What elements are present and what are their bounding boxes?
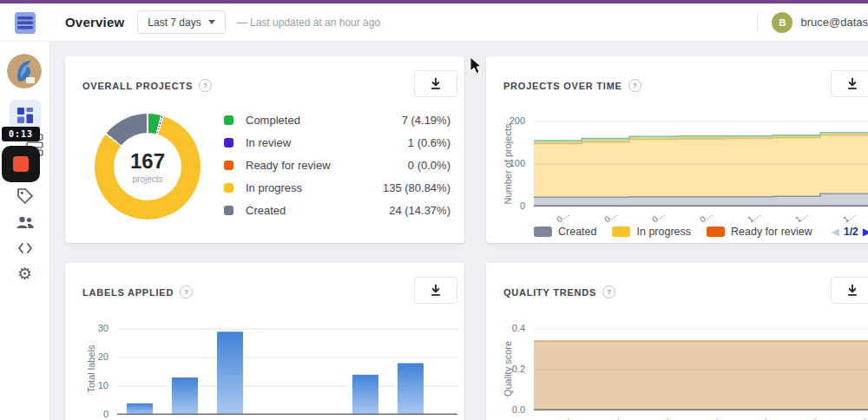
legend-label: In review (246, 136, 408, 149)
chevron-down-icon (208, 20, 215, 24)
legend-row: Created 24 (14.37%) (224, 199, 450, 221)
legend-label: Ready for review (731, 226, 812, 238)
legend-label: Created (558, 226, 596, 238)
download-icon (429, 77, 443, 91)
projects-total: 167 (130, 149, 165, 174)
legend-row: In review 1 (0.6%) (224, 131, 450, 154)
labels-applied-card: LABELS APPLIED ? Total labels 01020300…0… (65, 263, 464, 420)
workspace-avatar[interactable] (7, 54, 42, 89)
stop-icon (13, 156, 29, 172)
y-tick-label: 0.0 (486, 404, 525, 415)
x-tick-label: 0… (407, 417, 424, 420)
chart-plot (534, 329, 868, 410)
created-swatch (224, 206, 233, 215)
header-divider (757, 13, 758, 32)
pager-page: 1/2 (844, 226, 858, 238)
x-tick-label: 1… (841, 208, 858, 224)
chart-plot (534, 121, 868, 207)
x-tick-label: 0… (555, 412, 571, 420)
user-area: B bruce@datas (757, 12, 868, 33)
quality-trends-card: QUALITY TRENDS ? Quality score 0.00.20.4… (486, 263, 868, 420)
user-avatar[interactable]: B (772, 12, 792, 33)
legend-item: In progress (612, 226, 691, 238)
dashboard-grid-icon (16, 107, 34, 124)
x-tick-label: 0… (602, 208, 619, 224)
y-tick-label: 0 (486, 200, 525, 211)
legend-value: 7 (4.19%) (402, 114, 450, 127)
legend-value: 24 (14.37%) (389, 204, 450, 217)
help-icon[interactable]: ? (199, 79, 212, 92)
legend-label: In progress (246, 181, 383, 194)
sidebar-item-team[interactable] (0, 214, 49, 230)
projects-over-time-card: PROJECTS OVER TIME ? Number of projects … (486, 56, 868, 243)
y-tick-label: 0.2 (486, 364, 525, 374)
ready-for-review-swatch (224, 161, 233, 170)
x-tick-label: 0… (227, 417, 243, 420)
x-tick-label: 0… (604, 412, 621, 420)
completed-swatch (224, 115, 233, 125)
projects-total-label: projects (132, 174, 162, 184)
legend-row: In progress 135 (80.84%) (224, 176, 450, 199)
users-icon (16, 214, 35, 230)
x-tick-label: 0… (181, 417, 198, 420)
x-tick-label: 0… (272, 417, 288, 420)
tag-icon (16, 187, 34, 205)
ready-for-review-swatch (707, 226, 725, 237)
legend-label: In progress (636, 226, 691, 238)
overall-projects-card: OVERALL PROJECTS ? 167 projects (65, 56, 464, 243)
sidebar: ⚙ 0:13 (0, 42, 50, 420)
x-tick-label: 0… (136, 417, 153, 420)
sidebar-item-settings[interactable]: ⚙ (0, 266, 49, 282)
y-tick-label: 10 (65, 380, 108, 390)
chart-plot (117, 329, 457, 415)
area-chart-legend: Created In progress Ready for review ◀ 1… (534, 226, 868, 238)
stacked-area-chart: 01002000…0…0…0…1…1…1… (486, 56, 868, 243)
recording-timer: 0:13 (2, 127, 40, 141)
x-tick-label: 0… (851, 412, 867, 420)
code-icon (16, 241, 34, 255)
y-tick-label: 20 (65, 351, 108, 362)
sidebar-item-api[interactable] (0, 241, 49, 255)
x-tick-label: 0… (752, 412, 768, 420)
x-tick-label: 0… (703, 412, 720, 420)
x-tick-label: 0… (362, 417, 378, 420)
app-window: Overview Last 7 days — Last updated at a… (0, 0, 868, 420)
created-swatch (534, 226, 552, 237)
donut-legend: Completed 7 (4.19%) In review 1 (0.6%) R… (224, 108, 450, 221)
legend-item: Created (534, 226, 596, 238)
date-range-dropdown[interactable]: Last 7 days (137, 10, 225, 34)
bar-chart: 01020300…0…0…0…0…0…0… (65, 263, 464, 420)
page-title: Overview (65, 15, 124, 30)
sidebar-item-labels[interactable] (0, 187, 49, 205)
x-tick-label: 1… (793, 208, 810, 224)
legend-value: 135 (80.84%) (383, 181, 450, 194)
legend-row: Completed 7 (4.19%) (224, 108, 450, 131)
x-tick-label: 0… (801, 412, 818, 420)
donut-center: 167 projects (114, 133, 181, 200)
date-range-label: Last 7 days (148, 16, 201, 29)
download-button[interactable] (414, 70, 457, 97)
y-tick-label: 0.4 (486, 323, 525, 333)
pager-next-icon[interactable]: ▶ (863, 226, 868, 238)
x-tick-label: 0… (317, 417, 333, 420)
y-tick-label: 200 (486, 115, 525, 126)
y-tick-label: 30 (65, 323, 108, 333)
legend-label: Completed (246, 114, 402, 127)
card-title: OVERALL PROJECTS (82, 81, 193, 91)
stop-recording-button[interactable] (2, 146, 40, 182)
in-progress-swatch (224, 183, 233, 193)
top-bar: Overview Last 7 days — Last updated at a… (0, 3, 868, 42)
pager-prev-icon[interactable]: ◀ (832, 226, 839, 238)
legend-value: 0 (0.0%) (408, 159, 450, 172)
legend-label: Ready for review (246, 159, 408, 172)
user-email[interactable]: bruce@datas (800, 16, 868, 29)
legend-item: Ready for review (707, 226, 812, 238)
legend-pager: ◀ 1/2 ▶ (832, 226, 868, 238)
archive-drawers-logo-icon[interactable] (12, 11, 38, 35)
y-tick-label: 0 (65, 409, 108, 419)
gear-icon: ⚙ (17, 266, 32, 282)
x-tick-label: 1… (746, 208, 762, 224)
x-tick-label: 0… (650, 208, 667, 224)
x-tick-label: 0… (555, 208, 571, 224)
top-accent-strip (0, 0, 868, 3)
